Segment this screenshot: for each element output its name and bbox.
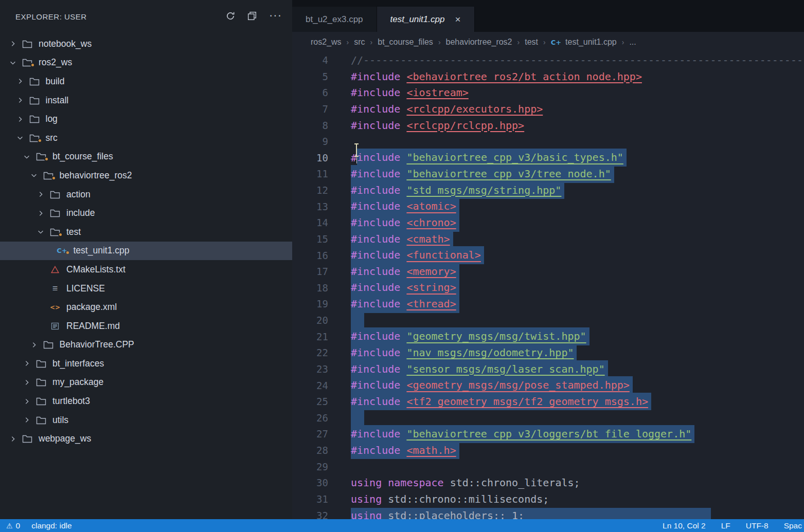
breadcrumb-item-ros2_ws[interactable]: ros2_ws xyxy=(311,38,342,47)
tree-item-test_unit1.cpp[interactable]: C+test_unit1.cpp xyxy=(0,242,292,261)
line-number[interactable]: 32 xyxy=(292,508,328,520)
code-line-25[interactable]: 25#include <tf2_geometry_msgs/tf2_geomet… xyxy=(292,394,804,410)
chevron-right-icon[interactable] xyxy=(20,416,33,424)
tree-item-install[interactable]: install xyxy=(0,91,292,110)
tree-item-package.xml[interactable]: <>package.xml xyxy=(0,298,292,317)
line-number[interactable]: 17 xyxy=(292,264,328,280)
code-line-26[interactable]: 26 xyxy=(292,410,804,427)
tree-item-notebook_ws[interactable]: notebook_ws xyxy=(0,34,292,53)
status-clangd[interactable]: clangd: idle xyxy=(31,521,72,530)
tree-item-include[interactable]: include xyxy=(0,204,292,223)
chevron-down-icon[interactable] xyxy=(13,134,27,141)
line-number[interactable]: 26 xyxy=(292,410,328,427)
tree-item-bt_interfaces[interactable]: bt_interfaces xyxy=(0,354,292,373)
code-line-20[interactable]: 20 xyxy=(292,313,804,329)
code-line-5[interactable]: 5#include <behaviortree_ros2/bt_action_n… xyxy=(292,69,804,85)
code-line-19[interactable]: 19#include <thread> xyxy=(292,296,804,313)
code-line-12[interactable]: 12#include "std_msgs/msg/string.hpp" xyxy=(292,182,804,199)
line-number[interactable]: 21 xyxy=(292,329,328,345)
code-line-27[interactable]: 27#include "behaviortree_cpp_v3/loggers/… xyxy=(292,426,804,443)
line-number[interactable]: 14 xyxy=(292,215,328,231)
tree-item-behaviortree_ros2[interactable]: behaviortree_ros2 xyxy=(0,166,292,185)
breadcrumb-item-src[interactable]: src xyxy=(354,38,365,47)
breadcrumb-item-test_unit1.cpp[interactable]: C+test_unit1.cpp xyxy=(551,38,617,47)
code-line-29[interactable]: 29 xyxy=(292,459,804,475)
code-line-7[interactable]: 7#include <rclcpp/executors.hpp> xyxy=(292,101,804,118)
code-line-6[interactable]: 6#include <iostream> xyxy=(292,85,804,101)
line-number[interactable]: 4 xyxy=(292,52,328,69)
tree-item-my_package[interactable]: my_package xyxy=(0,373,292,392)
code-line-24[interactable]: 24#include <geometry_msgs/msg/pose_stamp… xyxy=(292,378,804,394)
more-actions-button[interactable]: ··· xyxy=(269,13,282,21)
chevron-down-icon[interactable] xyxy=(27,172,41,179)
line-number[interactable]: 31 xyxy=(292,491,328,508)
line-number[interactable]: 29 xyxy=(292,459,328,475)
breadcrumb-symbol-tail[interactable]: ... xyxy=(629,38,636,47)
code-line-31[interactable]: 31using std::chrono::milliseconds; xyxy=(292,491,804,508)
chevron-right-icon[interactable] xyxy=(13,97,27,104)
code-line-18[interactable]: 18#include <string> xyxy=(292,280,804,297)
chevron-right-icon[interactable] xyxy=(13,116,27,123)
tree-item-README.md[interactable]: README.md xyxy=(0,317,292,336)
chevron-right-icon[interactable] xyxy=(6,435,20,443)
code-line-16[interactable]: 16#include <functional> xyxy=(292,248,804,264)
chevron-down-icon[interactable] xyxy=(6,59,20,66)
line-number[interactable]: 9 xyxy=(292,134,328,150)
tree-item-utils[interactable]: utils xyxy=(0,411,292,430)
code-line-17[interactable]: 17#include <memory> xyxy=(292,264,804,280)
chevron-right-icon[interactable] xyxy=(13,78,27,85)
code-line-23[interactable]: 23#include "sensor_msgs/msg/laser_scan.h… xyxy=(292,361,804,378)
code-area[interactable]: 4//-------------------------------------… xyxy=(292,52,804,519)
tree-item-build[interactable]: build xyxy=(0,72,292,91)
tree-item-ros2_ws[interactable]: ros2_ws xyxy=(0,53,292,72)
chevron-right-icon[interactable] xyxy=(20,379,33,386)
code-line-14[interactable]: 14#include <chrono> xyxy=(292,215,804,231)
code-line-13[interactable]: 13#include <atomic> xyxy=(292,199,804,215)
code-line-30[interactable]: 30using namespace std::chrono_literals; xyxy=(292,475,804,491)
code-line-11[interactable]: 11#include "behaviortree_cpp_v3/tree_nod… xyxy=(292,166,804,182)
chevron-right-icon[interactable] xyxy=(6,40,20,47)
code-line-28[interactable]: 28#include <math.h> xyxy=(292,443,804,459)
tree-item-src[interactable]: src xyxy=(0,129,292,148)
line-number[interactable]: 8 xyxy=(292,118,328,134)
status-encoding[interactable]: UTF-8 xyxy=(746,521,769,530)
tree-item-bt_course_files[interactable]: bt_course_files xyxy=(0,148,292,167)
line-number[interactable]: 30 xyxy=(292,475,328,491)
code-line-10[interactable]: 10#include "behaviortree_cpp_v3/basic_ty… xyxy=(292,150,804,167)
line-number[interactable]: 11 xyxy=(292,166,328,182)
status-cursor-position[interactable]: Ln 10, Col 2 xyxy=(663,521,706,530)
breadcrumb-item-bt_course_files[interactable]: bt_course_files xyxy=(378,38,433,47)
line-number[interactable]: 6 xyxy=(292,85,328,101)
code-line-22[interactable]: 22#include "nav_msgs/msg/odometry.hpp" xyxy=(292,345,804,361)
tree-item-BehaviorTree.CPP[interactable]: BehaviorTree.CPP xyxy=(0,336,292,355)
chevron-right-icon[interactable] xyxy=(34,191,47,198)
tree-item-test[interactable]: test xyxy=(0,223,292,242)
tree-item-action[interactable]: action xyxy=(0,185,292,204)
tree-item-log[interactable]: log xyxy=(0,109,292,129)
line-number[interactable]: 22 xyxy=(292,345,328,361)
chevron-down-icon[interactable] xyxy=(34,228,47,235)
tab-bt_u2_ex3.cpp[interactable]: bt_u2_ex3.cpp xyxy=(292,7,377,32)
tree-item-turtlebot3[interactable]: turtlebot3 xyxy=(0,392,292,411)
tree-item-LICENSE[interactable]: ≡LICENSE xyxy=(0,279,292,298)
chevron-right-icon[interactable] xyxy=(27,341,41,348)
code-line-9[interactable]: 9 xyxy=(292,134,804,150)
breadcrumb-item-behaviortree_ros2[interactable]: behaviortree_ros2 xyxy=(446,38,512,47)
code-line-15[interactable]: 15#include <cmath> xyxy=(292,231,804,248)
line-number[interactable]: 24 xyxy=(292,378,328,394)
tab-test_unit1.cpp[interactable]: test_unit1.cpp× xyxy=(377,7,475,32)
close-icon[interactable]: × xyxy=(455,14,460,25)
line-number[interactable]: 19 xyxy=(292,296,328,313)
line-number[interactable]: 25 xyxy=(292,394,328,410)
line-number[interactable]: 13 xyxy=(292,199,328,215)
code-line-32[interactable]: 32using std::placeholders::_1; xyxy=(292,508,804,520)
line-number[interactable]: 20 xyxy=(292,313,328,329)
tree-item-webpage_ws[interactable]: webpage_ws xyxy=(0,429,292,448)
line-number[interactable]: 27 xyxy=(292,426,328,443)
chevron-down-icon[interactable] xyxy=(20,153,33,160)
chevron-right-icon[interactable] xyxy=(20,398,33,405)
code-line-4[interactable]: 4//-------------------------------------… xyxy=(292,52,804,69)
code-line-8[interactable]: 8#include <rclcpp/rclcpp.hpp> xyxy=(292,118,804,134)
chevron-right-icon[interactable] xyxy=(34,210,47,217)
status-warnings[interactable]: ⚠0 xyxy=(6,521,20,530)
